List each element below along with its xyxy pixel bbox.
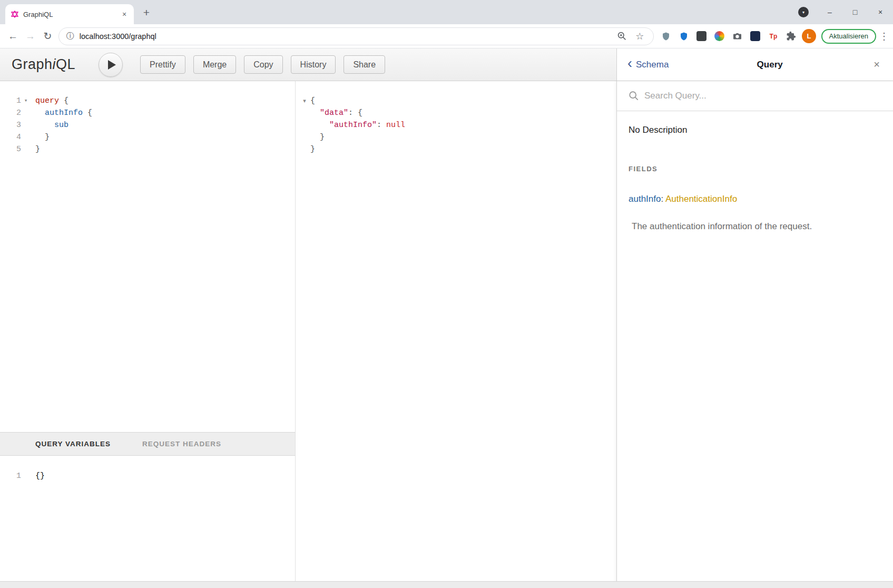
gutter-row: 1▾ [0,95,33,107]
copy-button[interactable]: Copy [244,55,282,74]
extension-shield-blue-icon[interactable] [677,30,690,43]
doc-explorer-panel: No Description FIELDS authInfo: Authenti… [616,81,893,588]
code-line: "data": { [310,107,614,119]
tab-close-icon[interactable]: × [120,10,129,18]
browser-tab-strip: GraphiQL × + ▾ – □ × [0,0,893,24]
line-number: 3 [0,119,21,131]
graphql-favicon-icon [11,10,19,18]
line-number-gutter: 1▾ 2 3 4 5 [0,95,33,155]
gutter-row: 3 [0,119,33,131]
doc-fields-header: FIELDS [629,165,881,173]
gutter-row: 2 [0,107,33,119]
field-name-link[interactable]: authInfo [629,194,661,204]
graphiql-header: GraphiQL Prettify Merge Copy History Sha… [0,48,616,81]
field-type-link[interactable]: AuthenticationInfo [665,194,737,204]
gutter-row: 4 [0,131,33,143]
gutter-row: 5 [0,143,33,155]
tab-request-headers[interactable]: REQUEST HEADERS [142,440,221,448]
update-button[interactable]: Aktualisieren [821,29,876,44]
bookmark-star-icon[interactable]: ☆ [633,31,646,42]
doc-explorer-header: ‹ Schema Query × [616,48,893,81]
back-icon[interactable]: ← [4,31,22,42]
doc-back-link[interactable]: ‹ Schema [627,58,669,71]
browser-tab[interactable]: GraphiQL × [5,4,134,24]
doc-search-row [617,81,893,111]
extension-tp-icon[interactable]: Tp [767,30,780,43]
variables-editor[interactable]: 1 {} [0,456,295,581]
line-number: 5 [0,143,21,155]
line-number: 1 [0,95,21,107]
code-line: } [310,143,614,155]
site-info-icon[interactable]: ⓘ [66,31,74,41]
query-code: query { authInfo { sub } } [35,95,293,155]
code-line: query { [35,95,293,107]
window-controls: ▾ – □ × [798,0,893,24]
browser-menu-icon[interactable]: ⋮ [879,31,889,42]
execute-query-button[interactable] [99,53,123,77]
reload-icon[interactable]: ↻ [39,30,56,42]
window-minimize-button[interactable]: – [817,0,842,24]
extensions-area: Tp [659,30,798,43]
zoom-icon[interactable] [615,31,628,41]
doc-field-description: The authentication information of the re… [632,220,881,233]
doc-title: Query [669,60,871,70]
code-line: sub [35,119,293,131]
tab-query-variables[interactable]: QUERY VARIABLES [35,440,111,448]
doc-close-icon[interactable]: × [871,58,882,71]
doc-field-row: authInfo: AuthenticationInfo [629,194,881,204]
address-bar[interactable]: ⓘ localhost:3000/graphql ☆ [58,27,654,45]
play-icon [108,60,116,70]
forward-icon[interactable]: → [22,31,39,42]
line-number: 2 [0,107,21,119]
variables-code: {} [35,470,45,482]
extension-navy-square-icon[interactable] [749,30,762,43]
fold-arrow-icon[interactable]: ▾ [300,95,309,107]
browser-status-icon[interactable]: ▾ [798,7,809,17]
doc-content: No Description FIELDS authInfo: Authenti… [617,111,893,233]
window-maximize-button[interactable]: □ [842,0,868,24]
new-tab-button[interactable]: + [139,5,154,20]
extension-camera-icon[interactable] [731,30,744,43]
code-line: } [35,131,293,143]
share-button[interactable]: Share [344,55,385,74]
fold-arrow-icon[interactable]: ▾ [21,95,31,107]
browser-toolbar: ← → ↻ ⓘ localhost:3000/graphql ☆ Tp L Ak… [0,24,893,48]
prettify-button[interactable]: Prettify [140,55,185,74]
result-code: { "data": { "authInfo": null } } [310,95,614,155]
merge-button[interactable]: Merge [193,55,236,74]
doc-search-input[interactable] [644,91,881,101]
extension-shield-gray-icon[interactable] [659,30,672,43]
url-text: localhost:3000/graphql [80,32,611,41]
window-close-button[interactable]: × [868,0,893,24]
code-line: } [310,131,614,143]
chevron-left-icon: ‹ [627,56,632,71]
extension-dark-square-icon[interactable] [695,30,708,43]
result-viewer[interactable]: ▾ { "data": { "authInfo": null } } [296,81,616,581]
code-line: "authInfo": null [310,119,614,131]
variables-tab-bar: QUERY VARIABLES REQUEST HEADERS [0,432,295,456]
query-editor[interactable]: 1▾ 2 3 4 5 query { authInfo { sub } } [0,81,295,432]
history-button[interactable]: History [291,55,336,74]
code-line: {} [35,470,45,482]
code-line: authInfo { [35,107,293,119]
gutter-row: 1 [0,470,33,482]
extensions-puzzle-icon[interactable] [784,30,798,43]
search-icon [629,91,639,101]
extension-color-wheel-icon[interactable] [713,30,726,43]
profile-avatar[interactable]: L [802,29,816,43]
line-number: 4 [0,131,21,143]
code-line: } [35,143,293,155]
line-number-gutter: 1 [0,470,33,482]
doc-no-description: No Description [629,125,881,135]
horizontal-scrollbar[interactable] [0,581,893,588]
code-line: { [310,95,614,107]
doc-back-label: Schema [636,60,669,70]
graphiql-logo: GraphiQL [12,56,75,73]
line-number: 1 [0,470,21,482]
tab-title: GraphiQL [23,11,116,18]
